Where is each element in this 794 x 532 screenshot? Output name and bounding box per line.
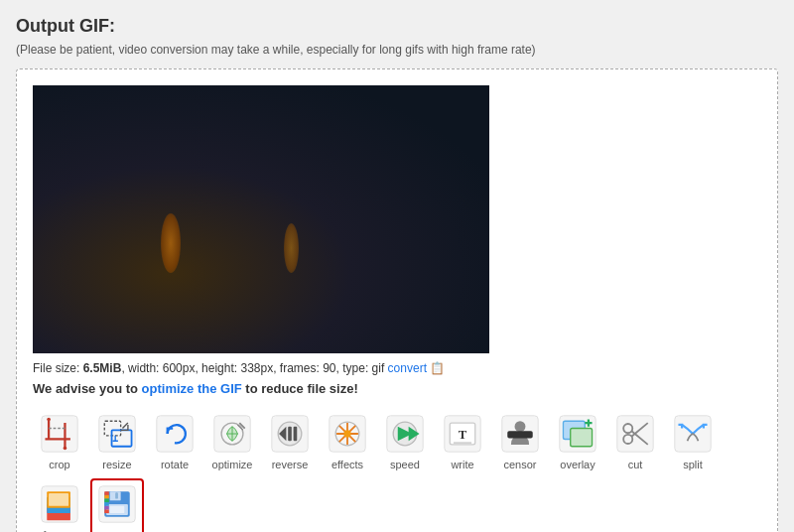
optimize-link[interactable]: optimize the GIF (142, 381, 242, 396)
crop-icon (38, 412, 81, 456)
type-value: gif (372, 361, 385, 375)
svg-rect-23 (288, 427, 292, 442)
type-label: , type: (336, 361, 372, 375)
reverse-label: reverse (272, 459, 309, 470)
speed-label: speed (390, 459, 420, 470)
write-label: write (451, 459, 473, 470)
rotate-icon (153, 412, 197, 456)
svg-point-5 (47, 418, 51, 422)
width-label: , width: (121, 361, 162, 375)
tool-speed[interactable]: speed (378, 408, 432, 474)
svg-rect-69 (104, 506, 109, 510)
frames-icon (38, 482, 81, 526)
svg-rect-45 (571, 429, 593, 447)
file-size-value: 6.5MiB (83, 361, 122, 375)
height-label: , height: (195, 361, 240, 375)
svg-point-6 (64, 447, 67, 451)
censor-icon (498, 412, 542, 456)
cut-icon (613, 412, 657, 456)
tool-cut[interactable]: cut (608, 408, 662, 474)
tool-write[interactable]: T write (436, 408, 489, 474)
tools-row: crop resize (33, 408, 761, 532)
svg-point-31 (343, 430, 350, 437)
svg-rect-58 (49, 493, 68, 506)
rotate-label: rotate (161, 459, 189, 470)
effects-label: effects (331, 459, 363, 470)
tool-crop[interactable]: crop (33, 408, 86, 474)
tool-effects[interactable]: effects (321, 408, 374, 474)
split-icon (671, 412, 715, 456)
tool-overlay[interactable]: overlay (551, 408, 604, 474)
optimize-icon (210, 412, 254, 456)
page-title: Output GIF: (16, 16, 778, 37)
resize-label: resize (102, 459, 131, 470)
tool-optimize[interactable]: optimize (205, 408, 259, 474)
tool-split[interactable]: split (666, 408, 720, 474)
file-info: File size: 6.5MiB, width: 600px, height:… (33, 361, 761, 375)
file-size-label: File size: (33, 361, 83, 375)
speed-icon (383, 412, 427, 456)
tool-resize[interactable]: resize (90, 408, 144, 474)
gif-preview (33, 85, 489, 353)
frames-label: , frames: (273, 361, 323, 375)
svg-rect-63 (110, 506, 125, 513)
svg-rect-24 (294, 427, 298, 442)
cut-label: cut (628, 459, 643, 470)
tool-save[interactable]: save (90, 478, 144, 532)
svg-rect-67 (104, 499, 109, 503)
width-value: 600px (163, 361, 196, 375)
frames-value: 90 (323, 361, 335, 375)
svg-rect-13 (157, 416, 193, 452)
svg-rect-68 (104, 502, 109, 506)
effects-icon (326, 412, 369, 456)
svg-rect-64 (115, 492, 118, 498)
main-container: File size: 6.5MiB, width: 600px, height:… (16, 68, 778, 532)
svg-rect-42 (507, 431, 532, 438)
censor-label: censor (503, 459, 536, 470)
svg-rect-66 (104, 495, 109, 499)
svg-point-41 (515, 421, 526, 432)
tool-rotate[interactable]: rotate (148, 408, 201, 474)
crop-label: crop (49, 459, 69, 470)
svg-text:T: T (459, 428, 467, 442)
resize-icon (95, 412, 139, 456)
convert-link[interactable]: convert 📋 (388, 361, 446, 375)
svg-rect-65 (104, 491, 109, 495)
optimize-label: optimize (212, 459, 253, 470)
optimize-notice: We advise you to optimize the GIF to red… (33, 381, 761, 396)
tool-reverse[interactable]: reverse (263, 408, 317, 474)
split-label: split (683, 459, 703, 470)
tool-frames[interactable]: frames (33, 478, 86, 532)
tool-censor[interactable]: censor (493, 408, 547, 474)
patience-note: (Please be patient, video conversion may… (16, 43, 778, 57)
svg-rect-0 (42, 416, 77, 452)
reverse-icon (268, 412, 312, 456)
overlay-label: overlay (560, 459, 595, 470)
svg-rect-70 (104, 509, 109, 513)
height-value: 338px (240, 361, 273, 375)
save-icon (95, 482, 139, 526)
overlay-icon (556, 412, 599, 456)
write-icon: T (441, 412, 484, 456)
